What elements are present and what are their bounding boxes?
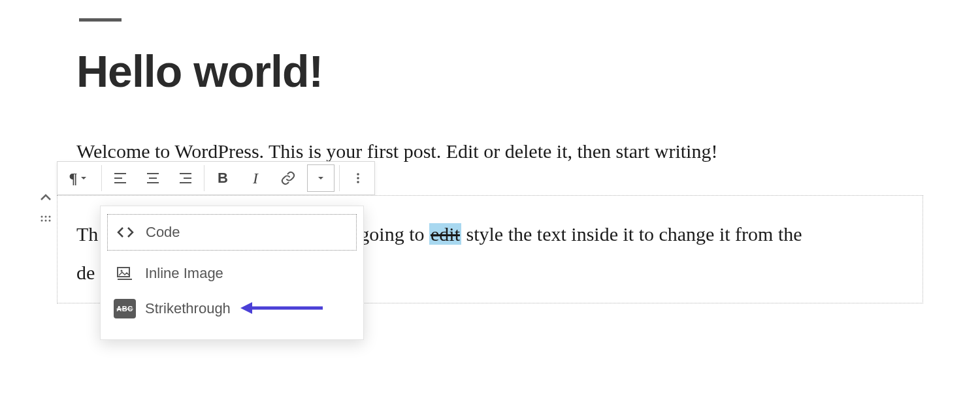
intro-paragraph: Welcome to WordPress. This is your first… (76, 140, 717, 162)
block-toolbar: ¶ B I (57, 161, 375, 195)
svg-point-11 (357, 181, 359, 183)
bold-button[interactable]: B (206, 162, 239, 194)
svg-point-14 (49, 216, 51, 218)
align-right-icon (178, 172, 193, 185)
align-right-button[interactable] (169, 162, 202, 194)
align-left-button[interactable] (104, 162, 137, 194)
paragraph-fragment: going to (359, 223, 429, 245)
menu-label: Code (146, 224, 180, 241)
more-options-button[interactable] (342, 162, 374, 194)
inline-image-icon (114, 264, 136, 283)
link-icon (280, 170, 296, 186)
svg-point-17 (49, 220, 51, 222)
annotation-arrow (239, 300, 324, 317)
block-mover-controls (35, 193, 57, 223)
kebab-icon (351, 172, 365, 185)
drag-handle-icon[interactable] (39, 214, 52, 223)
svg-point-12 (41, 216, 43, 218)
toolbar-separator (339, 165, 340, 191)
menu-label: Strikethrough (145, 300, 231, 317)
svg-point-9 (357, 173, 359, 176)
selected-text: edit (429, 223, 461, 245)
more-formats-dropdown[interactable] (307, 164, 335, 192)
svg-point-10 (357, 177, 359, 179)
chevron-up-icon[interactable] (39, 193, 52, 202)
svg-point-16 (45, 220, 47, 222)
paragraph-fragment: Th (76, 223, 98, 245)
toolbar-separator (204, 165, 204, 191)
align-left-icon (113, 172, 127, 185)
align-center-button[interactable] (137, 162, 169, 194)
align-center-icon (146, 172, 160, 185)
pilcrow-icon: ¶ (69, 170, 78, 187)
title-divider (79, 18, 122, 22)
page-title: Hello world! (76, 46, 323, 97)
toolbar-separator (101, 165, 102, 191)
menu-item-code[interactable]: Code (107, 214, 357, 251)
svg-point-15 (41, 220, 43, 222)
strikethrough-icon: ABC (114, 299, 136, 318)
paragraph-fragment: de (76, 262, 95, 283)
format-dropdown-menu: Code Inline Image ABC Strikethrough (100, 206, 364, 340)
menu-item-inline-image[interactable]: Inline Image (107, 256, 357, 291)
menu-label: Inline Image (145, 265, 223, 282)
chevron-down-icon (80, 174, 88, 182)
paragraph-fragment: style the text inside it to change it fr… (461, 223, 802, 245)
italic-icon: I (253, 170, 258, 187)
link-button[interactable] (272, 162, 304, 194)
code-icon (114, 223, 137, 242)
italic-button[interactable]: I (239, 162, 272, 194)
paragraph-type-button[interactable]: ¶ (57, 162, 99, 194)
svg-point-13 (45, 216, 47, 218)
bold-icon: B (218, 170, 228, 187)
triangle-down-icon (317, 174, 325, 182)
